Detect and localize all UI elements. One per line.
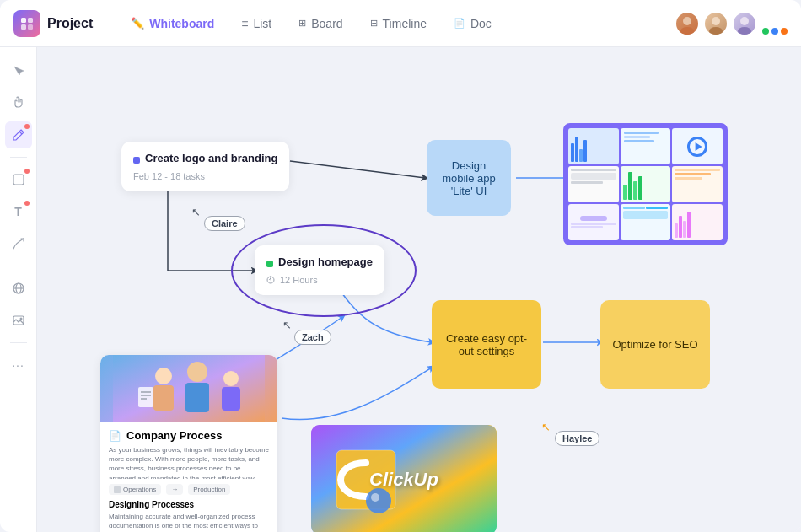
svg-rect-24	[138, 387, 153, 407]
svg-point-6	[712, 17, 720, 25]
timeline-icon: ⊟	[370, 18, 378, 29]
doc-card-body: 📄 Company Process As your business grows…	[100, 422, 277, 532]
create-logo-subtitle: Feb 12 - 18 tasks	[133, 171, 277, 181]
optimize-seo-box[interactable]: Optimize for SEO	[600, 300, 710, 389]
svg-rect-1	[28, 18, 33, 23]
nav-divider	[110, 15, 110, 32]
tool-globe[interactable]	[5, 275, 32, 302]
design-homepage-card[interactable]: Design homepage 12 Hours	[255, 245, 384, 295]
avatars-group	[675, 11, 788, 36]
create-logo-title: Create logo and branding	[145, 152, 277, 164]
board-label: Board	[311, 17, 342, 30]
doc-title: 📄 Company Process	[109, 429, 269, 442]
doc-label: Doc	[470, 17, 492, 30]
tool-hand[interactable]	[5, 89, 32, 116]
doc-tags: Operations → Production	[109, 484, 269, 495]
svg-point-16	[19, 318, 22, 320]
doc-section-text: Maintaining accurate and well-organized …	[109, 512, 269, 532]
doc-tag-2: Production	[188, 484, 230, 495]
zach-cursor-label: Zach	[294, 330, 331, 345]
shape-dot	[24, 169, 30, 174]
nav-timeline[interactable]: ⊟ Timeline	[360, 12, 437, 35]
whiteboard-canvas[interactable]: Create logo and branding Feb 12 - 18 tas…	[37, 47, 801, 532]
doc-body-text: As your business grows, things will inev…	[109, 445, 269, 479]
grid-cell-2	[621, 128, 671, 164]
nav-doc[interactable]: 📄 Doc	[444, 12, 502, 35]
svg-point-4	[683, 17, 691, 25]
svg-point-34	[371, 493, 379, 502]
card-color-dot	[133, 157, 140, 164]
create-logo-card[interactable]: Create logo and branding Feb 12 - 18 tas…	[121, 142, 289, 191]
nav-whiteboard[interactable]: ✏️ Whiteboard	[121, 12, 224, 35]
haylee-cursor-arrow: ↖	[541, 421, 551, 433]
claire-cursor-label: Claire	[204, 216, 245, 231]
grid-cell-4	[568, 166, 619, 202]
svg-rect-21	[185, 383, 209, 412]
haylee-cursor-label: Haylee	[555, 431, 599, 446]
opt-out-text: Create easy opt-out settings	[442, 332, 531, 357]
svg-point-9	[738, 27, 751, 35]
clickup-image: ClickUp	[311, 425, 497, 532]
svg-point-5	[680, 27, 694, 35]
text-dot	[24, 201, 30, 206]
whiteboard-icon: ✏️	[131, 17, 144, 30]
list-icon: ≡	[241, 17, 248, 30]
tool-text[interactable]: T	[5, 198, 32, 225]
grid-cell-5	[621, 166, 671, 202]
doc-section-title: Designing Processes	[109, 500, 269, 509]
sidebar-sep-3	[10, 342, 27, 343]
svg-text:ClickUp: ClickUp	[369, 469, 438, 490]
sidebar-sep-1	[10, 157, 27, 158]
timeline-label: Timeline	[383, 17, 427, 30]
doc-tag-1: Operations	[109, 484, 161, 495]
svg-rect-11	[13, 175, 24, 185]
opt-out-box[interactable]: Create easy opt-out settings	[432, 300, 541, 389]
tool-more[interactable]: ···	[5, 352, 32, 379]
doc-icon: 📄	[454, 18, 465, 29]
grid-cell-1	[568, 128, 619, 164]
board-icon: ⊞	[298, 18, 306, 29]
avatar-3	[732, 11, 757, 36]
nav-list[interactable]: ≡ List	[231, 12, 282, 35]
toolbar-sidebar: T	[0, 47, 37, 532]
design-mobile-box[interactable]: Design mobile app 'Lite' UI	[427, 140, 511, 216]
app-container: Project ✏️ Whiteboard ≡ List ⊞ Board ⊟ T…	[0, 0, 801, 532]
design-homepage-title: Design homepage	[278, 255, 373, 268]
svg-rect-19	[153, 385, 174, 411]
tool-shape[interactable]	[5, 166, 32, 193]
doc-card-image	[100, 355, 277, 422]
tool-cursor[interactable]	[5, 57, 32, 84]
tool-pen[interactable]	[5, 121, 32, 148]
svg-point-8	[740, 17, 749, 25]
svg-rect-23	[222, 387, 240, 411]
avatar-2	[703, 11, 728, 36]
optimize-seo-text: Optimize for SEO	[612, 338, 697, 351]
tool-connector[interactable]	[5, 230, 32, 257]
zach-cursor-arrow: ↖	[282, 319, 292, 331]
grid-cell-6	[672, 166, 723, 202]
avatar-dot-3	[781, 28, 788, 35]
svg-rect-0	[21, 18, 26, 23]
grid-cell-8	[621, 204, 671, 240]
doc-tag-arrow: →	[166, 484, 183, 495]
svg-rect-3	[28, 24, 33, 30]
design-homepage-subtitle: 12 Hours	[266, 275, 373, 285]
tool-image[interactable]	[5, 307, 32, 334]
project-icon	[13, 10, 40, 37]
svg-point-22	[223, 371, 239, 386]
whiteboard-label: Whiteboard	[149, 17, 214, 30]
nav-board[interactable]: ⊞ Board	[288, 12, 352, 35]
company-process-card[interactable]: 📄 Company Process As your business grows…	[100, 355, 277, 532]
header: Project ✏️ Whiteboard ≡ List ⊞ Board ⊟ T…	[0, 0, 801, 47]
design-mobile-text: Design mobile app 'Lite' UI	[437, 159, 501, 197]
svg-point-20	[187, 362, 207, 382]
main-area: T	[0, 47, 801, 532]
design-homepage-dot	[266, 261, 273, 267]
avatar-1	[675, 11, 700, 36]
project-title: Project	[47, 16, 93, 31]
claire-cursor-arrow: ↖	[191, 206, 201, 218]
svg-rect-2	[21, 24, 26, 30]
grid-cell-7	[568, 204, 619, 240]
image-grid	[563, 123, 728, 245]
svg-point-7	[709, 27, 723, 35]
